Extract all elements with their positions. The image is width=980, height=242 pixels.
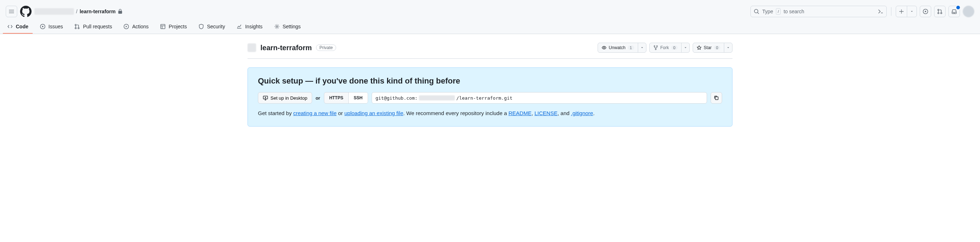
chevron-down-icon (640, 46, 644, 49)
fork-count: 0 (671, 46, 678, 50)
repo-owner-avatar[interactable] (248, 43, 256, 52)
svg-point-2 (925, 11, 926, 12)
star-button[interactable]: Star 0 (693, 43, 732, 53)
graph-icon (236, 24, 242, 29)
breadcrumb-separator: / (76, 9, 78, 14)
setup-in-desktop-button[interactable]: Set up in Desktop (258, 92, 312, 103)
repo-header: learn-terraform Private Unwatch 1 Fork 0 (248, 40, 732, 59)
link-create-new-file[interactable]: creating a new file (293, 110, 336, 116)
link-readme[interactable]: README (508, 110, 531, 116)
divider (891, 7, 891, 16)
setup-in-desktop-label: Set up in Desktop (270, 96, 307, 101)
clone-suffix: /learn-terraform.git (456, 96, 512, 101)
svg-point-4 (938, 13, 939, 14)
tab-insights-label: Insights (245, 24, 262, 29)
watch-button[interactable]: Unwatch 1 (598, 43, 646, 53)
eye-icon (601, 45, 606, 50)
issue-icon (40, 24, 46, 29)
user-avatar[interactable] (963, 6, 974, 17)
tab-security[interactable]: Security (194, 20, 229, 34)
svg-point-13 (276, 26, 278, 27)
fork-label: Fork (660, 45, 669, 50)
or-text: or (316, 96, 320, 101)
pull-requests-tray-button[interactable] (934, 6, 945, 17)
chevron-down-icon (684, 46, 687, 49)
code-icon (7, 24, 13, 29)
fork-icon (653, 45, 658, 50)
tab-code[interactable]: Code (3, 20, 33, 34)
repo-title[interactable]: learn-terraform (261, 44, 312, 52)
svg-point-9 (75, 28, 77, 29)
notifications-button[interactable] (948, 6, 960, 17)
command-palette-icon (878, 9, 883, 14)
tab-projects[interactable]: Projects (156, 20, 191, 34)
star-count: 0 (714, 46, 720, 50)
dot-circle-icon (923, 9, 928, 14)
svg-point-10 (78, 28, 80, 29)
svg-point-8 (75, 24, 77, 26)
search-placeholder-pre: Type (762, 9, 773, 14)
breadcrumb-repo[interactable]: learn-terraform (80, 9, 116, 14)
breadcrumb: / learn-terraform (35, 8, 123, 15)
play-icon (123, 24, 129, 29)
repo-tabs: Code Issues Pull requests Actions Projec… (0, 20, 980, 34)
search-placeholder-post: to search (783, 9, 875, 14)
tab-pull-requests[interactable]: Pull requests (70, 20, 116, 34)
git-pull-request-icon (74, 24, 80, 29)
tab-settings[interactable]: Settings (270, 20, 305, 34)
svg-point-0 (754, 9, 758, 13)
gear-icon (274, 24, 280, 29)
hamburger-menu-button[interactable] (6, 6, 17, 17)
tab-issues-label: Issues (48, 24, 63, 29)
tab-settings-label: Settings (283, 24, 301, 29)
svg-point-16 (657, 46, 657, 46)
plus-icon (899, 9, 904, 14)
quick-setup-footer: Get started by creating a new file or up… (258, 110, 722, 116)
visibility-badge: Private (316, 45, 336, 51)
create-new-button[interactable] (896, 6, 917, 17)
star-label: Star (704, 45, 712, 50)
tab-issues[interactable]: Issues (35, 20, 67, 34)
lock-icon (118, 9, 123, 14)
hamburger-icon (9, 9, 14, 14)
tab-code-label: Code (16, 24, 28, 29)
search-icon (754, 9, 759, 14)
tab-insights[interactable]: Insights (232, 20, 267, 34)
breadcrumb-owner[interactable] (35, 8, 74, 15)
inbox-icon (951, 9, 957, 14)
chevron-down-icon (910, 10, 914, 13)
clone-owner-redacted (419, 96, 455, 100)
github-mark-icon (20, 6, 32, 17)
svg-point-3 (938, 9, 939, 11)
quick-setup-title: Quick setup — if you've done this kind o… (258, 76, 722, 86)
svg-rect-19 (715, 97, 718, 100)
github-logo[interactable] (20, 6, 32, 17)
fork-button[interactable]: Fork 0 (649, 43, 690, 53)
quick-setup-panel: Quick setup — if you've done this kind o… (248, 67, 732, 127)
clone-url-input[interactable]: git@github.com: /learn-terraform.git (372, 92, 707, 103)
svg-point-5 (940, 13, 942, 14)
clone-prefix: git@github.com: (375, 96, 418, 101)
git-pull-request-icon (937, 9, 943, 14)
svg-point-7 (42, 26, 43, 27)
link-license[interactable]: LICENSE (535, 110, 557, 116)
chevron-down-icon (726, 46, 730, 49)
ssh-toggle[interactable]: SSH (348, 92, 368, 103)
svg-point-17 (655, 49, 656, 50)
link-gitignore[interactable]: .gitignore (571, 110, 593, 116)
issues-tray-button[interactable] (920, 6, 931, 17)
https-toggle[interactable]: HTTPS (324, 92, 348, 103)
link-upload-existing-file[interactable]: uploading an existing file (344, 110, 403, 116)
shield-icon (198, 24, 204, 29)
desktop-download-icon (262, 95, 268, 101)
search-kbd: / (776, 8, 781, 15)
copy-clone-url-button[interactable] (711, 92, 722, 103)
tab-actions[interactable]: Actions (119, 20, 153, 34)
search-input[interactable]: Type / to search (751, 6, 887, 17)
star-icon (697, 45, 702, 50)
tab-actions-label: Actions (132, 24, 148, 29)
tab-pulls-label: Pull requests (83, 24, 112, 29)
watch-label: Unwatch (609, 45, 625, 50)
svg-point-15 (654, 46, 655, 46)
tab-security-label: Security (207, 24, 225, 29)
